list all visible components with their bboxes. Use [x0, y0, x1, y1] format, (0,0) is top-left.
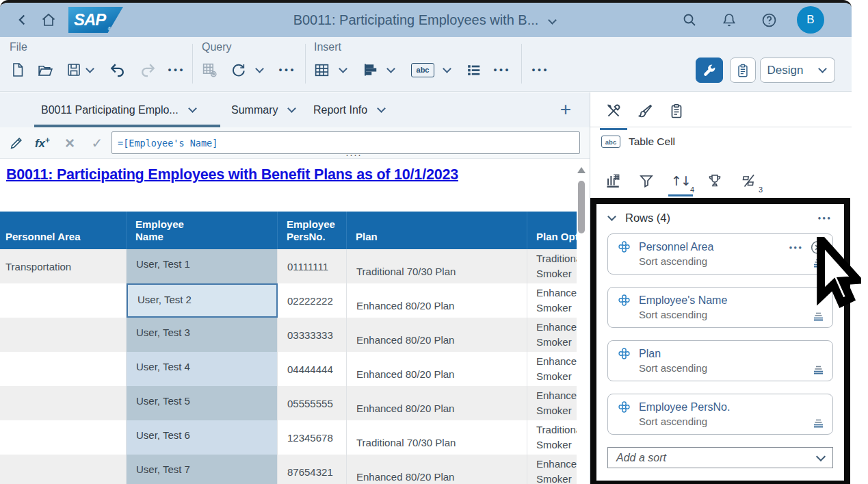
scroll-up-arrow[interactable] — [577, 167, 586, 173]
redo-button[interactable] — [135, 58, 160, 82]
panel-tab-data[interactable] — [661, 97, 692, 125]
cell-personnel-area[interactable] — [0, 352, 127, 386]
cell-employee-persno[interactable]: 87654321 — [278, 455, 347, 484]
help-button[interactable] — [757, 8, 780, 31]
cell-employee-persno[interactable]: 01111111 — [278, 249, 347, 283]
cell-plan[interactable]: Traditional 70/30 Plan — [347, 249, 527, 283]
build-tools-button[interactable] — [696, 58, 723, 83]
cell-employee-persno[interactable]: 05555555 — [278, 386, 347, 420]
file-more-button[interactable] — [164, 58, 189, 82]
cell-plan[interactable]: Enhanced 80/20 Plan — [347, 386, 527, 420]
design-mode-button[interactable]: Design — [760, 58, 811, 83]
insert-more-button[interactable] — [490, 58, 514, 82]
insert-table-button[interactable] — [309, 58, 334, 82]
insert-chart-menu-button[interactable] — [383, 58, 398, 82]
cell-plan[interactable]: Enhanced 80/20 Plan — [347, 318, 527, 352]
user-avatar[interactable]: B — [797, 6, 824, 34]
cell-employee-name[interactable]: User, Test 3 — [127, 318, 278, 352]
cell-plan[interactable]: Enhanced 80/20 Plan — [347, 283, 527, 318]
sort-card-employees-name[interactable]: Employee's Name Sort ascending — [607, 287, 833, 328]
cell-plan[interactable]: Enhanced 80/20 Plan — [347, 352, 527, 386]
new-document-button[interactable] — [5, 58, 30, 82]
column-header-employee-name[interactable]: Employee Name — [127, 212, 278, 249]
open-button[interactable] — [33, 58, 57, 82]
cell-plan-option[interactable]: Enhanced Smoker — [527, 283, 577, 318]
ranking-icon-button[interactable] — [700, 166, 730, 195]
cell-plan-option[interactable]: Traditional Smoker — [527, 420, 577, 455]
toolbar-overflow-button[interactable] — [528, 58, 553, 82]
cancel-formula-button[interactable] — [59, 132, 81, 154]
remove-sort-button[interactable] — [810, 240, 826, 255]
refresh-button[interactable] — [226, 58, 250, 82]
report-title-link[interactable]: B0011: Participating Employees with Bene… — [6, 166, 458, 183]
cell-plan-option[interactable]: Enhanced Smoker — [527, 318, 577, 352]
cell-plan-option[interactable]: Enhanced Smoker — [527, 352, 577, 386]
sort-ascending-icon-button[interactable] — [813, 365, 824, 374]
rows-section-more-button[interactable] — [817, 214, 834, 222]
cell-employee-persno[interactable]: 12345678 — [278, 420, 347, 455]
cell-plan-option[interactable]: Enhanced Smoker — [527, 386, 577, 420]
cell-plan[interactable]: Traditional 70/30 Plan — [347, 420, 527, 455]
tab-summary[interactable]: Summary — [224, 92, 302, 127]
save-menu-button[interactable] — [82, 58, 97, 82]
sort-icon-button[interactable]: ↑↓ 4 — [666, 166, 696, 195]
cell-personnel-area[interactable]: Transportation — [0, 249, 127, 283]
add-report-tab-button[interactable]: + — [554, 98, 577, 121]
title-menu-button[interactable] — [547, 12, 558, 28]
insert-chart-button[interactable] — [358, 58, 383, 82]
tab-report-b0011[interactable]: B0011 Participating Emplo... — [34, 92, 220, 127]
sort-card-more-button[interactable] — [788, 243, 805, 252]
break-icon-button[interactable]: 3 — [734, 166, 764, 195]
query-more-button[interactable] — [275, 58, 300, 82]
copy-data-button[interactable] — [730, 58, 756, 83]
cell-personnel-area[interactable] — [0, 455, 127, 484]
cell-plan-option[interactable]: Traditional Smoker — [527, 249, 577, 283]
column-header-plan[interactable]: Plan — [347, 212, 527, 249]
search-button[interactable] — [678, 8, 701, 31]
column-header-personnel-area[interactable]: Personnel Area — [0, 212, 127, 249]
collapse-chevron-icon[interactable] — [607, 212, 616, 221]
panel-tab-format[interactable] — [630, 97, 660, 125]
cell-personnel-area[interactable] — [0, 386, 127, 420]
add-sort-combobox[interactable]: Add a sort — [607, 447, 833, 468]
cell-employee-persno[interactable]: 02222222 — [278, 283, 347, 318]
sort-ascending-icon-button[interactable] — [813, 311, 824, 321]
scrollbar-thumb[interactable] — [578, 181, 585, 233]
cell-employee-persno[interactable]: 04444444 — [278, 352, 347, 386]
cell-personnel-area[interactable] — [0, 283, 127, 318]
sort-card-personnel-area[interactable]: Personnel Area Sort ascending — [607, 233, 833, 275]
notifications-button[interactable] — [718, 8, 741, 31]
panel-tab-build[interactable] — [599, 97, 629, 125]
cell-employee-name[interactable]: User, Test 5 — [127, 386, 278, 420]
insert-table-menu-button[interactable] — [335, 58, 350, 82]
builder-icon-button[interactable] — [597, 166, 627, 195]
cell-employee-name[interactable]: User, Test 1 — [127, 249, 278, 283]
formula-bar-resize-handle[interactable] — [345, 152, 362, 157]
sort-card-employee-persno[interactable]: Employee PersNo. Sort ascending — [607, 394, 833, 435]
sort-card-plan[interactable]: Plan Sort ascending — [607, 340, 833, 381]
column-header-plan-option[interactable]: Plan Option — [527, 212, 577, 249]
undo-button[interactable] — [105, 58, 130, 82]
cell-employee-name[interactable]: User, Test 7 — [127, 455, 278, 484]
sort-ascending-icon-button[interactable] — [813, 418, 824, 428]
sort-ascending-icon-button[interactable] — [813, 258, 824, 268]
cell-plan-option[interactable]: Enhanced Smoker — [527, 455, 577, 484]
edit-formula-button[interactable] — [5, 132, 27, 154]
cell-employee-name[interactable]: User, Test 4 — [127, 352, 278, 386]
cell-personnel-area[interactable] — [0, 318, 127, 352]
filter-icon-button[interactable] — [631, 166, 661, 195]
design-menu-button[interactable] — [810, 58, 835, 83]
insert-cell-button[interactable] — [408, 58, 438, 82]
column-header-employee-persno[interactable]: Employee PersNo. — [278, 212, 347, 249]
refresh-menu-button[interactable] — [252, 58, 267, 82]
validate-formula-button[interactable] — [86, 132, 108, 154]
edit-query-button[interactable] — [197, 58, 222, 82]
cell-employee-persno[interactable]: 03333333 — [278, 318, 347, 352]
cell-employee-name-selected[interactable]: User, Test 2 — [127, 283, 278, 318]
insert-cell-menu-button[interactable] — [439, 58, 454, 82]
cell-plan[interactable]: Enhanced 80/20 Plan — [347, 455, 527, 484]
cell-employee-name[interactable]: User, Test 6 — [127, 420, 278, 455]
cell-personnel-area[interactable] — [0, 420, 127, 455]
tab-report-info[interactable]: Report Info — [306, 92, 391, 127]
insert-list-button[interactable] — [461, 58, 486, 82]
